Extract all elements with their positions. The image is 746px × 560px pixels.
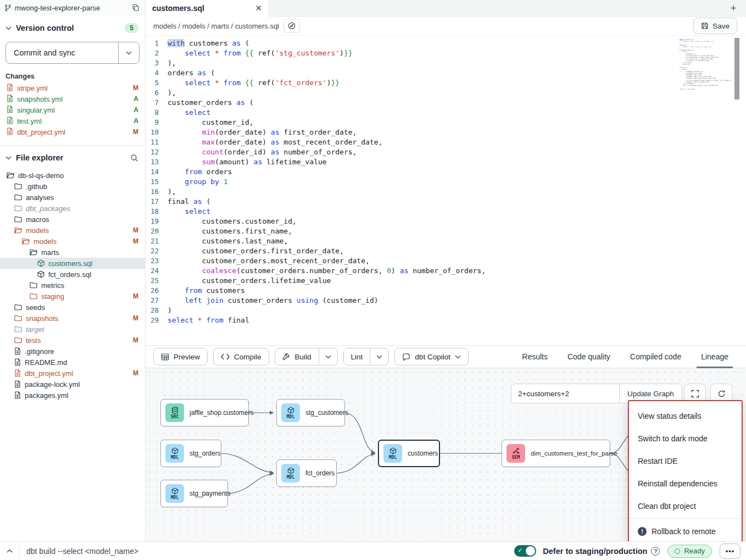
menu-divider [629,518,742,519]
code-line: 25 customer_orders.lifetime_value [146,276,746,286]
lint-options-caret[interactable] [370,348,388,365]
tree-item-customers-sql[interactable]: customers.sql [0,258,145,269]
ready-dot-icon [675,548,680,554]
expand-command-bar-button[interactable] [0,542,20,560]
scrollbar-thumb[interactable] [734,38,739,99]
folder-icon [30,249,37,256]
menu-item-restart-ide[interactable]: Restart IDE [629,450,742,472]
tree-item--gitignore[interactable]: .gitignore [0,346,145,357]
editor-tab-bar: customers.sql ✕ + [146,0,746,16]
lineage-node-stg-customers[interactable]: MDLstg_customers [276,399,345,426]
minimap[interactable]: 1with customers as (2 select * from {{ r… [680,39,732,110]
build-options-caret[interactable] [319,348,337,365]
defer-label: Defer to staging/production [543,547,647,556]
tab-code-quality[interactable]: Code quality [558,345,620,368]
version-control-header[interactable]: Version control 5 [0,15,145,37]
folder-icon [14,205,22,212]
mdl-badge: MDL [281,403,300,422]
version-control-title: Version control [16,24,120,32]
code-line: 18 select [146,207,746,217]
tree-item-macros[interactable]: macros [0,214,145,225]
explore-lineage-icon[interactable] [283,19,300,33]
lineage-selector-input[interactable] [511,384,619,403]
ide-options-menu: View status detailsSwitch to dark modeRe… [628,400,743,541]
tree-item-target[interactable]: target [0,324,145,335]
menu-item-reinstall-dependencies[interactable]: Reinstall dependencies [629,472,742,495]
tree-item-metrics[interactable]: metrics [0,280,145,291]
new-tab-button[interactable]: + [721,0,746,16]
menu-item-clean-dbt-project[interactable]: Clean dbt project [629,495,742,517]
changed-file-name: dbt_project.yml [17,128,129,136]
file-explorer-header[interactable]: File explorer [0,146,145,167]
file-icon [14,380,21,388]
defer-toggle[interactable]: ✓ [514,545,536,557]
lint-button[interactable]: Lint [344,348,370,365]
changed-file-row[interactable]: dbt_project.ymlM [0,126,145,137]
changed-file-row[interactable]: test.ymlA [0,115,145,126]
folder-icon [14,216,22,223]
lineage-node-jaffle-shop-customers[interactable]: SRCjaffle_shop.customers [160,399,249,426]
tree-item-package-lock-yml[interactable]: package-lock.yml [0,379,145,390]
lineage-panel[interactable]: SRCjaffle_shop.customersMDLstg_customers… [146,368,746,541]
code-line: 3), [146,58,746,68]
changes-count-badge: 5 [125,23,138,33]
tree-item-models[interactable]: modelsM [0,225,145,236]
folder-icon [14,304,22,311]
code-line: 21 customers.last_name, [146,236,746,246]
preview-button[interactable]: Preview [153,348,208,365]
editor-scrollbar[interactable] [734,38,739,341]
tree-item-packages-yml[interactable]: packages.yml [0,390,145,401]
commit-and-sync-button[interactable]: Commit and sync [6,42,118,63]
help-icon[interactable]: ? [651,547,660,556]
build-button[interactable]: Build [275,348,319,365]
code-line: 9 customer_id, [146,118,746,127]
code-line: 29select * from final [680,88,732,90]
code-line: 19 customers.customer_id, [146,217,746,226]
menu-item-switch-to-dark-mode[interactable]: Switch to dark mode [629,427,742,450]
tree-item-models[interactable]: modelsM [0,236,145,247]
changed-file-row[interactable]: snapshots.ymlA [0,93,145,104]
more-options-button[interactable]: ••• [720,544,741,559]
tree-item-readme-md[interactable]: README.md [0,357,145,368]
command-input[interactable]: dbt build --select <model_name> [26,547,514,556]
changed-file-row[interactable]: stripe.ymlM [0,82,145,93]
menu-item-view-status-details[interactable]: View status details [629,404,742,427]
menu-item-rollback-to-remote[interactable]: ! Rollback to remote [629,520,742,541]
folder-icon [14,326,22,332]
tree-item-seeds[interactable]: seeds [0,302,145,313]
search-icon[interactable] [130,154,138,162]
commit-options-caret[interactable] [118,42,139,63]
tree-item-dbt-project-yml[interactable]: dbt_project.ymlM [0,368,145,379]
file-tree: db-sl-qs-demo.githubanalysesdbt_packages… [0,167,145,401]
tree-item--github[interactable]: .github [0,181,145,192]
lineage-node-fct-orders[interactable]: MDLfct_orders [276,459,337,487]
tree-item-snapshots[interactable]: snapshotsM [0,313,145,324]
lineage-node-dim-customers-test-for-parse[interactable]: SEMdim_customers_test_for_parse [502,440,610,467]
tab-compiled-code[interactable]: Compiled code [620,345,691,368]
tree-item-dbt-packages[interactable]: dbt_packages [0,203,145,214]
tab-lineage[interactable]: Lineage [691,345,738,368]
save-button[interactable]: Save [693,18,737,34]
dbt-copilot-button[interactable]: dbt Copilot [394,348,469,365]
tree-item-staging[interactable]: stagingM [0,291,145,302]
status-ready-badge[interactable]: Ready [667,545,712,558]
sem-badge: SEM [506,444,525,463]
code-icon [221,353,230,360]
code-line: 15 group by 1 [146,177,746,187]
lineage-node-stg-payments[interactable]: MDLstg_payments [160,480,228,507]
tree-item-marts[interactable]: marts [0,247,145,258]
compile-button[interactable]: Compile [213,348,269,365]
tab-customers-sql[interactable]: customers.sql ✕ [146,0,269,16]
lineage-node-customers[interactable]: MDLcustomers [378,440,440,467]
lineage-node-stg-orders[interactable]: MDLstg_orders [160,440,221,467]
changed-file-row[interactable]: singular.ymlA [0,104,145,115]
tree-item-analyses[interactable]: analyses [0,192,145,203]
tree-item-tests[interactable]: testsM [0,335,145,346]
tree-item-fct-orders-sql[interactable]: fct_orders.sql [0,269,145,280]
copy-icon[interactable] [132,4,140,12]
code-line: 16), [146,187,746,197]
tree-item-db-sl-qs-demo[interactable]: db-sl-qs-demo [0,170,145,181]
code-editor[interactable]: 1with customers as (2 select * from {{ r… [146,36,746,345]
tab-results[interactable]: Results [512,345,558,368]
close-tab-icon[interactable]: ✕ [255,3,262,13]
